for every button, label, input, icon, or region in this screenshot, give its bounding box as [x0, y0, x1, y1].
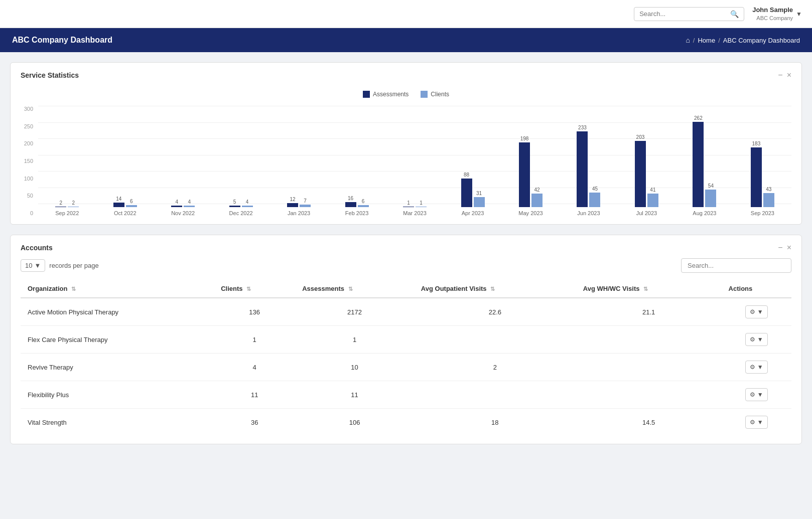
per-page-select[interactable]: 10 ▼ [21, 259, 45, 272]
bar-label-client: 1 [420, 200, 423, 206]
th-organization[interactable]: Organization ⇅ [21, 280, 214, 298]
bar-label-client: 42 [534, 187, 539, 193]
month-label: Mar 2023 [403, 210, 426, 216]
bar-client [68, 207, 79, 207]
accounts-minimize-button[interactable]: − [778, 243, 782, 252]
bar-label-client: 41 [650, 187, 655, 193]
assessment-bar-col: 183 [751, 109, 762, 207]
search-input[interactable] [639, 10, 730, 18]
td-avgWH: 21.1 [576, 298, 722, 326]
table-body: Active Motion Physical Therapy136217222.… [21, 298, 791, 436]
service-statistics-title: Service Statistics [21, 71, 79, 79]
bar-client [531, 194, 543, 207]
bars-pair: 20341 [635, 109, 658, 207]
month-label: Apr 2023 [462, 210, 484, 216]
home-icon[interactable]: ⌂ [686, 36, 690, 44]
td-actions: ⚙ ▼ [722, 326, 791, 354]
bar-label-assessment: 16 [348, 196, 353, 201]
month-label: Aug 2023 [693, 210, 716, 216]
td-organization: Revive Therapy [21, 354, 214, 381]
bars-pair: 44 [171, 109, 195, 207]
bar-label-assessment: 203 [636, 134, 645, 140]
y-axis-label: 200 [21, 140, 33, 146]
bar-label-client: 7 [304, 198, 307, 204]
bar-label-assessment: 4 [175, 199, 178, 205]
th-avgOutpatient[interactable]: Avg Outpatient Visits ⇅ [414, 280, 576, 298]
th-clients[interactable]: Clients ⇅ [214, 280, 295, 298]
action-button[interactable]: ⚙ ▼ [745, 305, 768, 318]
td-avgWH [576, 381, 722, 409]
td-organization: Flex Care Physical Therapy [21, 326, 214, 354]
minimize-button[interactable]: − [778, 71, 782, 80]
page-title: ABC Company Dashboard [12, 36, 112, 45]
bar-client [474, 197, 485, 207]
table-search-input[interactable] [681, 258, 791, 273]
bars-pair: 146 [113, 109, 137, 207]
th-assessments[interactable]: Assessments ⇅ [295, 280, 414, 298]
bar-label-assessment: 12 [290, 197, 296, 202]
chart-bars: 22Sep 2022146Oct 202244Nov 202254Dec 202… [38, 106, 791, 216]
bar-label-assessment: 88 [464, 172, 469, 178]
y-axis-label: 50 [21, 193, 33, 199]
td-avgOutpatient [414, 381, 576, 409]
bars-pair: 127 [287, 109, 311, 207]
table-row: Active Motion Physical Therapy136217222.… [21, 298, 791, 326]
assessment-bar-col: 2 [55, 109, 66, 207]
assessment-bar-col: 14 [113, 109, 124, 207]
table-header: Organization ⇅Clients ⇅Assessments ⇅Avg … [21, 280, 791, 298]
month-group: 8831Apr 2023 [444, 109, 501, 216]
client-bar-col: 1 [416, 109, 427, 207]
bar-client [184, 206, 195, 207]
bar-assessment [635, 141, 646, 207]
assessment-bar-col: 4 [171, 109, 182, 207]
month-label: Sep 2023 [751, 210, 774, 216]
month-label: Jul 2023 [636, 210, 657, 216]
user-info[interactable]: John Sample ABC Company ▼ [752, 6, 802, 22]
month-group: 54Dec 2022 [212, 109, 269, 216]
chart-area: 050100150200250300 22Sep 2022146Oct 2022… [21, 106, 791, 216]
bar-label-client: 45 [592, 186, 598, 192]
action-button[interactable]: ⚙ ▼ [745, 333, 768, 346]
bar-assessment [693, 122, 704, 207]
search-bar[interactable]: 🔍 [634, 7, 744, 21]
sort-icon: ⇅ [643, 286, 648, 292]
assessment-bar-col: 12 [287, 109, 298, 207]
close-button[interactable]: × [787, 71, 791, 80]
td-clients: 4 [214, 354, 295, 381]
accounts-close-button[interactable]: × [787, 243, 791, 252]
action-button[interactable]: ⚙ ▼ [745, 416, 768, 429]
card-controls-stats: − × [778, 71, 791, 80]
bar-label-client: 6 [130, 199, 133, 204]
client-bar-col: 54 [705, 109, 716, 207]
bar-label-assessment: 233 [578, 125, 587, 130]
td-assessments: 106 [295, 409, 414, 436]
client-bar-col: 6 [126, 109, 137, 207]
sort-icon: ⇅ [246, 286, 251, 292]
bar-client [300, 205, 311, 207]
chevron-down-icon[interactable]: ▼ [796, 11, 802, 18]
user-company: ABC Company [752, 15, 793, 22]
td-avgOutpatient: 22.6 [414, 298, 576, 326]
th-avgWH[interactable]: Avg WH/WC Visits ⇅ [576, 280, 722, 298]
bars-pair: 22 [55, 109, 79, 207]
search-icon: 🔍 [730, 10, 739, 18]
month-group: 166Feb 2023 [328, 109, 385, 216]
month-label: Dec 2022 [229, 210, 253, 216]
breadcrumb-home[interactable]: Home [698, 37, 715, 44]
bar-label-assessment: 183 [752, 141, 761, 146]
y-axis-label: 300 [21, 106, 33, 112]
sort-icon: ⇅ [490, 286, 495, 292]
td-organization: Active Motion Physical Therapy [21, 298, 214, 326]
legend-clients-box [421, 91, 428, 98]
bars-pair: 11 [403, 109, 427, 207]
action-button[interactable]: ⚙ ▼ [745, 388, 768, 401]
client-bar-col: 2 [68, 109, 79, 207]
action-button[interactable]: ⚙ ▼ [745, 361, 768, 374]
y-axis-label: 150 [21, 158, 33, 164]
month-label: Feb 2023 [345, 210, 368, 216]
bar-label-assessment: 5 [233, 199, 236, 205]
table-row: Revive Therapy4102⚙ ▼ [21, 354, 791, 381]
month-label: Oct 2022 [114, 210, 137, 216]
bars-pair: 18343 [751, 109, 774, 207]
month-group: 11Mar 2023 [386, 109, 444, 216]
